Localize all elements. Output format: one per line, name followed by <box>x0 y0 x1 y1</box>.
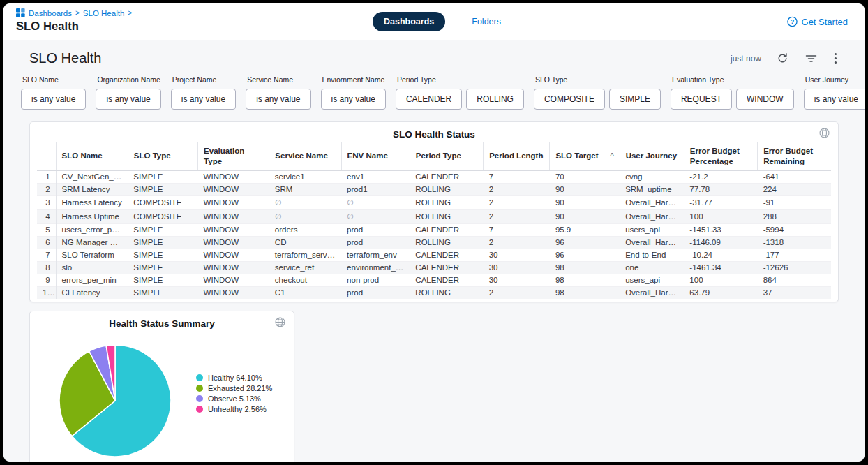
tab-folders[interactable]: Folders <box>461 12 512 31</box>
table-row[interactable]: 7SLO TerraformSIMPLEWINDOWterraform_serv… <box>37 249 831 261</box>
column-header-error-budget-remaining[interactable]: Error Budget Remaining <box>758 142 831 170</box>
more-options-button[interactable] <box>832 51 839 66</box>
refresh-button[interactable] <box>775 51 790 66</box>
cell-user-journey: cvng <box>620 170 684 183</box>
cell-env-name: ∅ <box>341 195 410 209</box>
cell-env-name: ∅ <box>341 209 410 223</box>
filter-controls: is any value <box>246 89 310 110</box>
filter-option-slo-name-is-any-value[interactable]: is any value <box>21 89 86 110</box>
cell-user-journey: End-to-End <box>620 249 684 261</box>
filter-option-user-journey-is-any-value[interactable]: is any value <box>804 89 865 110</box>
last-refreshed: just now <box>731 54 761 64</box>
get-started-link[interactable]: ? Get Started <box>787 17 848 27</box>
column-header-error-budget-percentage[interactable]: Error Budget Percentage <box>684 142 757 170</box>
cell-period-type: ROLLING <box>410 286 483 299</box>
filter-label: Enviornment Name <box>322 75 386 84</box>
filter-option-slo-type-simple[interactable]: SIMPLE <box>609 89 661 110</box>
column-header-slo-target[interactable]: SLO Target^ <box>550 142 620 170</box>
column-label: Period Length <box>489 152 543 160</box>
table-row[interactable]: 1CV_NextGen_ProdSIMPLEWINDOWservice1env1… <box>37 170 831 183</box>
cell-env-name: non-prod <box>341 274 410 286</box>
filter-group-enviornment-name: Enviornment Nameis any value <box>321 75 386 110</box>
cell-period-type: CALENDER <box>410 261 483 274</box>
breadcrumb-dashboards[interactable]: Dashboards <box>29 9 72 17</box>
cell-period-type: ROLLING <box>410 209 483 223</box>
filter-option-evaluation-type-request[interactable]: REQUEST <box>671 89 732 110</box>
row-number: 5 <box>37 223 56 236</box>
cell-slo-target: 70 <box>550 170 620 183</box>
tab-dashboards[interactable]: Dashboards <box>373 12 445 31</box>
table-row[interactable]: 8sloSIMPLEWINDOWservice_refenvironment_r… <box>37 261 831 274</box>
table-row[interactable]: 10CI LatencySIMPLEWINDOWC1prodROLLING298… <box>37 286 831 299</box>
cell-evaluation-type: WINDOW <box>198 170 269 183</box>
cell-user-journey: one <box>620 261 684 274</box>
cell-period-type: ROLLING <box>410 183 483 195</box>
breadcrumb-slo-health[interactable]: SLO Health <box>83 9 124 17</box>
table-row[interactable]: 5users_error_per_minSIMPLEWINDOWorderspr… <box>37 223 831 236</box>
page-title: SLO Health <box>16 20 132 33</box>
column-header-period-length[interactable]: Period Length <box>484 142 550 170</box>
cell-slo-name: CV_NextGen_Prod <box>56 170 128 183</box>
filter-group-slo-type: SLO TypeCOMPOSITESIMPLE <box>534 75 661 110</box>
legend-item-exhausted[interactable]: Exhausted 28.21% <box>196 384 272 392</box>
column-header-env-name[interactable]: ENV Name <box>341 142 410 170</box>
cell-evaluation-type: WINDOW <box>198 209 269 223</box>
cell-slo-name: SLO Terraform <box>56 249 128 261</box>
filters-toggle-button[interactable] <box>804 52 818 65</box>
table-row[interactable]: 2SRM LatencySIMPLEWINDOWSRMprod1ROLLING2… <box>37 183 831 195</box>
filter-option-organization-name-is-any-value[interactable]: is any value <box>96 89 160 110</box>
column-header-user-journey[interactable]: User Journey <box>620 142 684 170</box>
cell-period-length: 2 <box>484 209 550 223</box>
column-header-evaluation-type[interactable]: Evaluation Type <box>198 142 269 170</box>
table-row[interactable]: 3Harness LatencyCOMPOSITEWINDOW∅∅ROLLING… <box>37 195 831 209</box>
column-label: SLO Type <box>134 152 171 160</box>
slo-health-table: SLO NameSLO TypeEvaluation TypeService N… <box>37 142 831 299</box>
cell-slo-type: SIMPLE <box>128 249 197 261</box>
legend-dot <box>196 406 203 413</box>
cell-slo-type: COMPOSITE <box>128 195 197 209</box>
filter-option-enviornment-name-is-any-value[interactable]: is any value <box>321 89 386 110</box>
filter-label: Project Name <box>172 75 236 84</box>
cell-slo-type: SIMPLE <box>128 286 197 299</box>
globe-icon[interactable] <box>275 317 285 330</box>
cell-slo-target: 96 <box>550 236 620 249</box>
cell-slo-type: SIMPLE <box>128 170 197 183</box>
column-header-slo-type[interactable]: SLO Type <box>128 142 197 170</box>
filter-controls: COMPOSITESIMPLE <box>534 89 661 110</box>
get-started-label: Get Started <box>802 17 848 27</box>
cell-error-budget-remaining: -177 <box>758 249 831 261</box>
column-header-slo-name[interactable]: SLO Name <box>56 142 128 170</box>
table-row[interactable]: 9errors_per_minSIMPLEWINDOWcheckoutnon-p… <box>37 274 831 286</box>
filter-option-slo-type-composite[interactable]: COMPOSITE <box>534 89 605 110</box>
filter-option-service-name-is-any-value[interactable]: is any value <box>246 89 310 110</box>
cell-evaluation-type: WINDOW <box>198 274 269 286</box>
column-header-period-type[interactable]: Period Type <box>410 142 483 170</box>
health-status-summary-card: Health Status Summary Healthy 64.10%Exha… <box>29 311 294 462</box>
filter-label: Service Name <box>247 75 310 84</box>
legend-dot <box>196 385 203 392</box>
filter-option-evaluation-type-window[interactable]: WINDOW <box>736 89 794 110</box>
legend-item-observe[interactable]: Observe 5.13% <box>196 394 272 403</box>
cell-error-budget-remaining: -12626 <box>758 261 831 274</box>
cell-slo-name: SRM Latency <box>56 183 128 195</box>
table-row[interactable]: 6NG Manager LatencySIMPLEWINDOWCDprodROL… <box>37 236 831 249</box>
filter-option-period-type-rolling[interactable]: ROLLING <box>466 89 524 110</box>
table-row[interactable]: 4Harness UptimeCOMPOSITEWINDOW∅∅ROLLING2… <box>37 209 831 223</box>
filter-group-user-journey: User Journeyis any value <box>804 75 865 110</box>
column-header-service-name[interactable]: Service Name <box>269 142 341 170</box>
legend-item-healthy[interactable]: Healthy 64.10% <box>196 374 272 382</box>
cell-slo-name: NG Manager Latency <box>56 236 128 249</box>
cell-error-budget-percentage: 100 <box>684 209 757 223</box>
cell-evaluation-type: WINDOW <box>198 286 269 299</box>
column-label: SLO Target <box>555 152 598 160</box>
globe-icon[interactable] <box>819 128 830 141</box>
breadcrumb-separator: > <box>75 9 80 17</box>
column-label: SLO Name <box>62 152 103 160</box>
filter-controls: is any value <box>171 89 236 110</box>
row-number: 7 <box>37 249 56 261</box>
filter-option-period-type-calender[interactable]: CALENDER <box>396 89 462 110</box>
cell-service-name: service_ref <box>269 261 341 274</box>
help-icon: ? <box>787 17 798 27</box>
filter-option-project-name-is-any-value[interactable]: is any value <box>171 89 236 110</box>
legend-item-unhealthy[interactable]: Unhealthy 2.56% <box>196 405 272 413</box>
